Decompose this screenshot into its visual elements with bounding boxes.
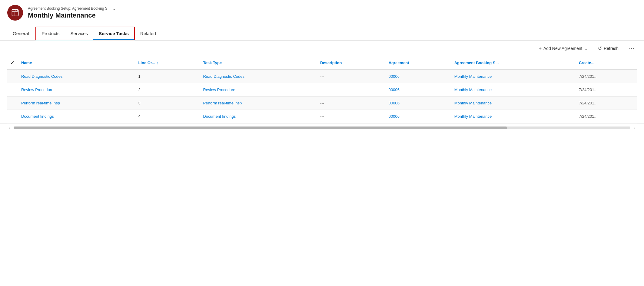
row-name[interactable]: Document findings	[18, 110, 135, 123]
row-task-type[interactable]: Perform real-time insp	[200, 97, 317, 110]
breadcrumb-chevron-icon[interactable]: ⌄	[112, 6, 116, 11]
breadcrumb-text: Agreement Booking Setup: Agreement Booki…	[28, 6, 111, 11]
refresh-button[interactable]: ↺ Refresh	[595, 44, 622, 53]
tab-services[interactable]: Services	[65, 27, 94, 40]
col-name[interactable]: Name	[18, 56, 135, 70]
table-row[interactable]: Read Diagnostic Codes1Read Diagnostic Co…	[7, 70, 637, 83]
row-agreement-booking[interactable]: Monthly Maintenance	[451, 97, 576, 110]
more-options-button[interactable]: ⋯	[626, 44, 637, 53]
row-checkbox[interactable]	[7, 70, 18, 83]
row-line-order: 2	[135, 83, 200, 97]
col-description[interactable]: Description	[317, 56, 386, 70]
row-agreement-booking[interactable]: Monthly Maintenance	[451, 110, 576, 123]
page-header: Agreement Booking Setup: Agreement Booki…	[0, 0, 644, 24]
row-description: ---	[317, 83, 386, 97]
row-checkbox[interactable]	[7, 97, 18, 110]
row-task-type[interactable]: Document findings	[200, 110, 317, 123]
row-line-order: 4	[135, 110, 200, 123]
col-agreement-booking[interactable]: Agreement Booking S...	[451, 56, 576, 70]
row-task-type[interactable]: Read Diagnostic Codes	[200, 70, 317, 83]
row-agreement-booking[interactable]: Monthly Maintenance	[451, 70, 576, 83]
table-container: ✓ Name Line Or... ↑ Task Type Descriptio…	[0, 56, 644, 123]
row-name[interactable]: Review Procedure	[18, 83, 135, 97]
scroll-thumb[interactable]	[14, 127, 507, 129]
breadcrumb[interactable]: Agreement Booking Setup: Agreement Booki…	[28, 6, 116, 11]
col-check[interactable]: ✓	[7, 56, 18, 70]
service-tasks-table: ✓ Name Line Or... ↑ Task Type Descriptio…	[7, 56, 637, 123]
row-created: 7/24/201...	[576, 83, 637, 97]
plus-icon: +	[539, 46, 542, 51]
row-agreement[interactable]: 00006	[386, 83, 451, 97]
tabs-container: General Products Services Service Tasks …	[0, 27, 644, 41]
scroll-right-arrow[interactable]: ›	[632, 125, 637, 131]
col-agreement[interactable]: Agreement	[386, 56, 451, 70]
app-logo-icon	[11, 8, 19, 17]
scroll-track[interactable]	[14, 127, 631, 129]
scroll-left-arrow[interactable]: ‹	[7, 125, 12, 131]
tab-related[interactable]: Related	[135, 27, 161, 40]
row-agreement[interactable]: 00006	[386, 97, 451, 110]
row-line-order: 1	[135, 70, 200, 83]
table-row[interactable]: Review Procedure2Review Procedure---0000…	[7, 83, 637, 97]
row-description: ---	[317, 70, 386, 83]
horizontal-scrollbar[interactable]: ‹ ›	[0, 123, 644, 132]
col-line-order[interactable]: Line Or... ↑	[135, 56, 200, 70]
row-name[interactable]: Perform real-time insp	[18, 97, 135, 110]
table-row[interactable]: Document findings4Document findings---00…	[7, 110, 637, 123]
table-body: Read Diagnostic Codes1Read Diagnostic Co…	[7, 70, 637, 123]
table-row[interactable]: Perform real-time insp3Perform real-time…	[7, 97, 637, 110]
svg-point-3	[13, 10, 13, 11]
table-header: ✓ Name Line Or... ↑ Task Type Descriptio…	[7, 56, 637, 70]
tab-general[interactable]: General	[7, 27, 34, 40]
toolbar: + Add New Agreement ... ↺ Refresh ⋯	[0, 41, 644, 56]
select-all-checkbox[interactable]: ✓	[10, 60, 14, 65]
sort-asc-icon: ↑	[157, 61, 159, 65]
row-agreement[interactable]: 00006	[386, 110, 451, 123]
row-checkbox[interactable]	[7, 83, 18, 97]
tab-products[interactable]: Products	[36, 27, 65, 40]
app-icon	[7, 5, 23, 21]
col-task-type[interactable]: Task Type	[200, 56, 317, 70]
row-name[interactable]: Read Diagnostic Codes	[18, 70, 135, 83]
add-new-agreement-button[interactable]: + Add New Agreement ...	[536, 44, 590, 53]
header-text: Agreement Booking Setup: Agreement Booki…	[28, 6, 116, 19]
page-title: Monthly Maintenance	[28, 12, 116, 19]
tabs-highlighted-group: Products Services Service Tasks	[35, 27, 135, 40]
row-checkbox[interactable]	[7, 110, 18, 123]
add-button-label: Add New Agreement ...	[543, 46, 587, 51]
row-created: 7/24/201...	[576, 97, 637, 110]
row-agreement-booking[interactable]: Monthly Maintenance	[451, 83, 576, 97]
tab-service-tasks[interactable]: Service Tasks	[93, 27, 134, 40]
row-description: ---	[317, 110, 386, 123]
row-created: 7/24/201...	[576, 110, 637, 123]
refresh-icon: ↺	[598, 45, 602, 51]
svg-point-5	[17, 10, 18, 11]
row-line-order: 3	[135, 97, 200, 110]
refresh-button-label: Refresh	[604, 46, 619, 51]
row-created: 7/24/201...	[576, 70, 637, 83]
row-agreement[interactable]: 00006	[386, 70, 451, 83]
row-description: ---	[317, 97, 386, 110]
row-task-type[interactable]: Review Procedure	[200, 83, 317, 97]
svg-point-4	[15, 10, 15, 11]
col-created[interactable]: Create...	[576, 56, 637, 70]
